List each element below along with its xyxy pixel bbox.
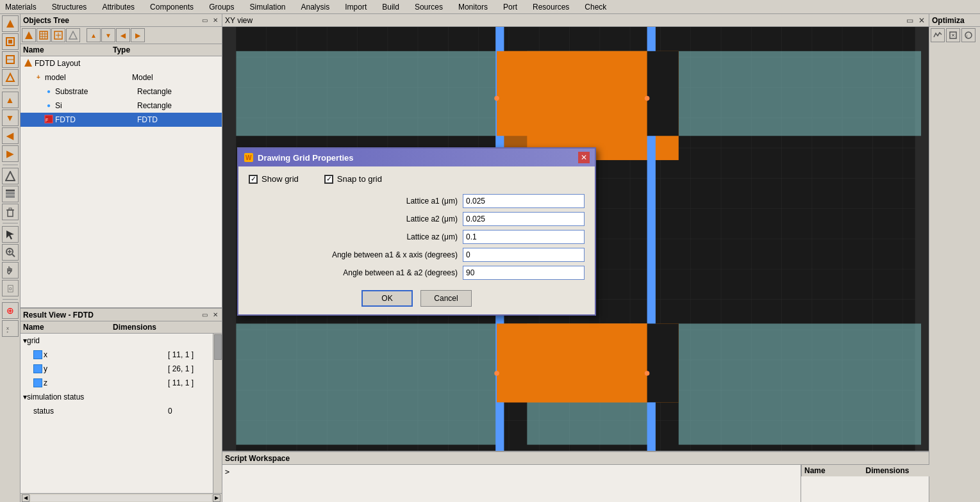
menu-build[interactable]: Build (379, 3, 402, 12)
field-input-a2[interactable] (463, 212, 585, 226)
menu-resources[interactable]: Resources (530, 3, 572, 12)
toolbar-btn-triangle[interactable] (2, 168, 19, 184)
field-input-a1[interactable] (463, 194, 585, 208)
hscroll-left[interactable]: ◀ (22, 494, 29, 502)
drawing-grid-dialog[interactable]: W Drawing Grid Properties ✕ ✓ Show grid … (237, 147, 596, 316)
result-row-z[interactable]: z [ 11, 1 ] (21, 376, 222, 390)
toolbar-btn-down[interactable]: ▼ (2, 109, 19, 126)
menu-sources[interactable]: Sources (412, 3, 445, 12)
xy-view-close[interactable]: ✕ (917, 16, 926, 25)
tree-row-model[interactable]: + model Model (21, 70, 222, 85)
svg-text:F: F (46, 118, 48, 122)
field-label-a2: Lattice a2 (μm) (278, 215, 458, 223)
script-prompt[interactable]: > (222, 465, 801, 502)
result-row-x[interactable]: x [ 11, 1 ] (21, 348, 222, 362)
objects-tree-header: Objects Tree ▭ ✕ (21, 14, 222, 27)
hscroll-track[interactable] (31, 495, 212, 501)
toolbar-btn-left[interactable]: ◀ (2, 127, 19, 144)
toolbar-btn-hand[interactable] (2, 262, 19, 279)
snap-to-grid-group[interactable]: ✓ Snap to grid (324, 174, 382, 184)
snap-to-grid-checkbox[interactable]: ✓ (324, 175, 333, 184)
objects-tree-close[interactable]: ✕ (212, 17, 219, 24)
result-scrollbar[interactable] (213, 334, 222, 493)
toolbar-btn-2[interactable] (2, 33, 19, 50)
objects-tree-panel: Objects Tree ▭ ✕ (21, 14, 222, 309)
dialog-close-button[interactable]: ✕ (578, 152, 590, 163)
menu-analysis[interactable]: Analysis (299, 3, 333, 12)
result-row-grid[interactable]: ▾grid (21, 334, 222, 348)
result-row-y[interactable]: y [ 26, 1 ] (21, 362, 222, 376)
result-row-status[interactable]: status 0 (21, 404, 222, 418)
svg-point-85 (494, 96, 499, 101)
toolbar-btn-grid[interactable]: ⌻ (2, 280, 19, 296)
result-row-x-dim: [ 11, 1 ] (168, 350, 219, 359)
menu-simulation[interactable]: Simulation (247, 3, 288, 12)
tree-row-si-type: Rectangle (137, 101, 219, 110)
toolbar-btn-stack[interactable] (2, 186, 19, 202)
tree-row-substrate[interactable]: ● Substrate Rectangle (21, 85, 222, 99)
toolbar-btn-zoom[interactable] (2, 244, 19, 261)
tree-btn-add-source[interactable] (51, 28, 65, 42)
tree-btn-delete[interactable] (66, 28, 80, 42)
toolbar-btn-right[interactable]: ▶ (2, 145, 19, 162)
fdtd-icon: F (44, 115, 54, 125)
show-grid-checkbox[interactable]: ✓ (249, 175, 258, 184)
svg-text:W: W (245, 154, 252, 161)
menu-monitors[interactable]: Monitors (456, 3, 490, 12)
svg-marker-0 (6, 20, 14, 28)
menu-materials[interactable]: Materials (3, 3, 39, 12)
menu-check[interactable]: Check (582, 3, 609, 12)
cancel-button[interactable]: Cancel (420, 290, 472, 307)
tree-row-si[interactable]: ● Si Rectangle (21, 99, 222, 113)
toolbar-btn-cursor[interactable] (2, 226, 19, 243)
opt-btn-1[interactable] (931, 28, 945, 42)
field-input-angle-x[interactable] (463, 248, 585, 262)
menu-port[interactable]: Port (501, 3, 520, 12)
objects-tree-restore[interactable]: ▭ (201, 17, 209, 24)
result-view-panel: Result View - FDTD ▭ ✕ Name Dimensions (21, 309, 222, 502)
result-row-status-dim: 0 (168, 407, 219, 416)
tree-btn-up[interactable]: ▲ (87, 28, 101, 42)
tree-row-substrate-name: Substrate (55, 87, 137, 96)
menu-import[interactable]: Import (342, 3, 369, 12)
opt-btn-3[interactable]: i (961, 28, 976, 42)
ok-button[interactable]: OK (361, 290, 413, 307)
tree-btn-right[interactable]: ▶ (131, 28, 145, 42)
result-row-sim-status[interactable]: ▾simulation status (21, 390, 222, 404)
hscroll-right[interactable]: ▶ (213, 494, 220, 502)
result-scroll-thumb[interactable] (214, 334, 222, 360)
result-view-restore[interactable]: ▭ (201, 311, 209, 318)
tree-btn-down[interactable]: ▼ (101, 28, 115, 42)
toolbar-btn-4[interactable] (2, 69, 19, 86)
tree-btn-add-structure[interactable] (22, 28, 36, 42)
tree-row-fdtd-layout[interactable]: FDTD Layout (21, 56, 222, 70)
result-view-header: Result View - FDTD ▭ ✕ (21, 309, 222, 321)
toolbar-btn-crosshair[interactable]: ⊕ (2, 302, 19, 319)
left-panels: Objects Tree ▭ ✕ (21, 14, 222, 502)
menu-components[interactable]: Components (147, 3, 196, 12)
show-grid-label: Show grid (262, 174, 299, 184)
toolbar-btn-3[interactable] (2, 51, 19, 68)
svg-rect-81 (497, 51, 648, 136)
menu-attributes[interactable]: Attributes (99, 3, 137, 12)
field-input-az[interactable] (463, 230, 585, 244)
result-view-close[interactable]: ✕ (212, 311, 219, 318)
tree-row-fdtd[interactable]: F FDTD FDTD (21, 113, 222, 127)
toolbar-btn-up[interactable]: ▲ (2, 92, 19, 108)
menu-groups[interactable]: Groups (206, 3, 237, 12)
svg-rect-73 (236, 323, 497, 444)
toolbar-btn-1[interactable] (2, 15, 19, 32)
toolbar-sep-2 (3, 165, 18, 165)
tree-btn-left[interactable]: ◀ (116, 28, 130, 42)
menu-structures[interactable]: Structures (49, 3, 90, 12)
toolbar-btn-trash[interactable] (2, 204, 19, 220)
xy-view-title: XY view (225, 16, 253, 25)
show-grid-group[interactable]: ✓ Show grid (249, 174, 299, 184)
tree-btn-add-mesh[interactable] (37, 28, 51, 42)
opt-btn-2[interactable] (946, 28, 960, 42)
xy-view-restore[interactable]: ▭ (905, 16, 915, 25)
toolbar-btn-axes[interactable]: x + (2, 320, 19, 337)
dialog-logo-icon: W (244, 152, 254, 163)
result-row-sim-status-name: ▾simulation status (23, 393, 219, 401)
field-input-angle-a2[interactable] (463, 266, 585, 280)
